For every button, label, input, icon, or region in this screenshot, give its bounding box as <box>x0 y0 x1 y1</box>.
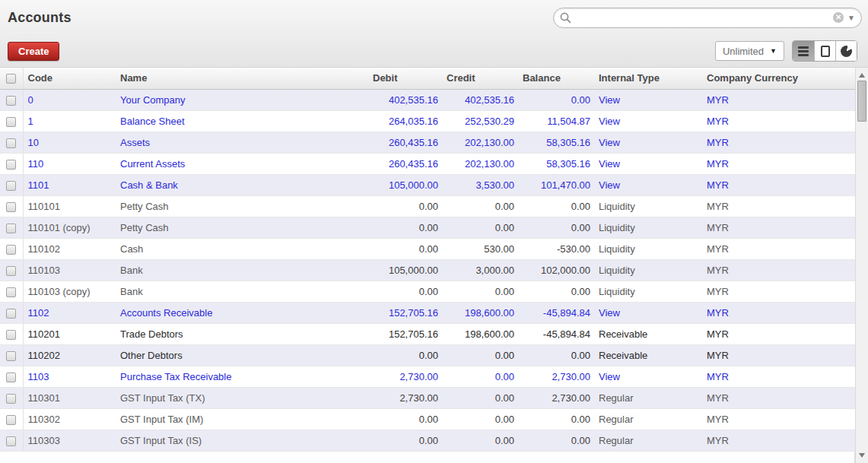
cell-balance[interactable]: 11,504.87 <box>518 110 594 132</box>
list-view-button[interactable] <box>793 41 814 61</box>
search-box[interactable]: ✕ ▼ <box>553 8 862 28</box>
cell-debit[interactable]: 0.00 <box>368 408 442 430</box>
cell-credit[interactable]: 0.00 <box>442 195 518 217</box>
column-header-balance[interactable]: Balance <box>518 68 594 89</box>
cell-checkbox[interactable] <box>0 366 23 387</box>
cell-code[interactable]: 1103 <box>23 366 116 387</box>
cell-debit[interactable]: 0.00 <box>368 430 442 451</box>
cell-debit[interactable]: 0.00 <box>368 195 442 217</box>
cell-internal-type[interactable]: View <box>594 174 702 195</box>
cell-credit[interactable]: 0.00 <box>442 430 518 451</box>
table-row[interactable]: 110103 (copy)Bank0.000.000.00LiquidityMY… <box>0 281 855 302</box>
cell-company-currency[interactable]: MYR <box>702 408 855 430</box>
cell-company-currency[interactable]: MYR <box>702 259 855 281</box>
cell-code[interactable]: 1102 <box>23 302 116 323</box>
cell-balance[interactable]: 0.00 <box>518 195 594 217</box>
row-checkbox[interactable] <box>6 245 16 255</box>
row-checkbox[interactable] <box>6 266 16 276</box>
cell-company-currency[interactable]: MYR <box>702 387 855 408</box>
cell-company-currency[interactable]: MYR <box>702 174 855 195</box>
cell-code[interactable]: 1 <box>23 110 116 132</box>
table-row[interactable]: 110101Petty Cash0.000.000.00LiquidityMYR <box>0 195 855 217</box>
cell-internal-type[interactable]: Liquidity <box>594 259 702 281</box>
cell-debit[interactable]: 2,730.00 <box>368 366 442 387</box>
cell-company-currency[interactable]: MYR <box>702 217 855 238</box>
cell-checkbox[interactable] <box>0 387 23 408</box>
cell-debit[interactable]: 264,035.16 <box>368 110 442 132</box>
row-checkbox[interactable] <box>6 287 16 297</box>
cell-internal-type[interactable]: Regular <box>594 430 702 451</box>
cell-balance[interactable]: 101,470.00 <box>518 174 594 195</box>
table-row[interactable]: 110102Cash0.00530.00-530.00LiquidityMYR <box>0 238 855 259</box>
cell-code[interactable]: 110302 <box>23 408 116 430</box>
clear-search-icon[interactable]: ✕ <box>833 12 844 23</box>
search-input[interactable] <box>575 9 833 26</box>
cell-debit[interactable]: 105,000.00 <box>368 259 442 281</box>
cell-balance[interactable]: 0.00 <box>518 408 594 430</box>
cell-code[interactable]: 110101 (copy) <box>23 217 116 238</box>
cell-checkbox[interactable] <box>0 281 23 302</box>
cell-checkbox[interactable] <box>0 302 23 323</box>
table-row[interactable]: 110303GST Input Tax (IS)0.000.000.00Regu… <box>0 430 855 451</box>
table-row[interactable]: 110101 (copy)Petty Cash0.000.000.00Liqui… <box>0 217 855 238</box>
cell-code[interactable]: 110103 (copy) <box>23 281 116 302</box>
cell-name[interactable]: Current Assets <box>116 153 368 174</box>
record-limit-select[interactable]: Unlimited ▼ <box>715 41 784 61</box>
table-row[interactable]: 110302GST Input Tax (IM)0.000.000.00Regu… <box>0 408 855 430</box>
cell-debit[interactable]: 152,705.16 <box>368 323 442 344</box>
row-checkbox[interactable] <box>6 181 16 191</box>
column-header-internal-type[interactable]: Internal Type <box>594 68 702 89</box>
cell-company-currency[interactable]: MYR <box>702 430 855 451</box>
cell-checkbox[interactable] <box>0 323 23 344</box>
row-checkbox[interactable] <box>6 202 16 212</box>
search-dropdown-icon[interactable]: ▼ <box>847 14 855 22</box>
cell-checkbox[interactable] <box>0 408 23 430</box>
cell-debit[interactable]: 152,705.16 <box>368 302 442 323</box>
cell-code[interactable]: 0 <box>23 89 116 110</box>
cell-internal-type[interactable]: Liquidity <box>594 238 702 259</box>
select-all-checkbox-cell[interactable] <box>0 68 23 89</box>
cell-internal-type[interactable]: Liquidity <box>594 195 702 217</box>
cell-company-currency[interactable]: MYR <box>702 344 855 366</box>
cell-balance[interactable]: 0.00 <box>518 281 594 302</box>
cell-internal-type[interactable]: Regular <box>594 387 702 408</box>
cell-checkbox[interactable] <box>0 174 23 195</box>
cell-balance[interactable]: 2,730.00 <box>518 366 594 387</box>
cell-checkbox[interactable] <box>0 153 23 174</box>
cell-internal-type[interactable]: View <box>594 132 702 153</box>
cell-credit[interactable]: 0.00 <box>442 281 518 302</box>
cell-internal-type[interactable]: Liquidity <box>594 281 702 302</box>
cell-name[interactable]: Assets <box>116 132 368 153</box>
cell-credit[interactable]: 202,130.00 <box>442 132 518 153</box>
cell-checkbox[interactable] <box>0 195 23 217</box>
scrollbar-thumb[interactable] <box>857 81 866 122</box>
cell-code[interactable]: 110202 <box>23 344 116 366</box>
cell-name[interactable]: Cash & Bank <box>116 174 368 195</box>
cell-code[interactable]: 110 <box>23 153 116 174</box>
cell-credit[interactable]: 198,600.00 <box>442 323 518 344</box>
table-row[interactable]: 1Balance Sheet264,035.16252,530.2911,504… <box>0 110 855 132</box>
vertical-scrollbar[interactable] <box>855 68 868 463</box>
cell-balance[interactable]: 0.00 <box>518 217 594 238</box>
cell-debit[interactable]: 0.00 <box>368 217 442 238</box>
cell-credit[interactable]: 0.00 <box>442 387 518 408</box>
row-checkbox[interactable] <box>6 117 16 127</box>
cell-checkbox[interactable] <box>0 430 23 451</box>
cell-balance[interactable]: -530.00 <box>518 238 594 259</box>
cell-name[interactable]: Other Debtors <box>116 344 368 366</box>
cell-debit[interactable]: 0.00 <box>368 238 442 259</box>
table-row[interactable]: 0Your Company402,535.16402,535.160.00Vie… <box>0 89 855 110</box>
cell-company-currency[interactable]: MYR <box>702 281 855 302</box>
cell-name[interactable]: Your Company <box>116 89 368 110</box>
cell-credit[interactable]: 198,600.00 <box>442 302 518 323</box>
row-checkbox[interactable] <box>6 373 16 382</box>
column-header-name[interactable]: Name <box>116 68 368 89</box>
cell-checkbox[interactable] <box>0 132 23 153</box>
cell-code[interactable]: 110101 <box>23 195 116 217</box>
row-checkbox[interactable] <box>6 394 16 404</box>
cell-credit[interactable]: 402,535.16 <box>442 89 518 110</box>
row-checkbox[interactable] <box>6 436 16 446</box>
cell-code[interactable]: 110303 <box>23 430 116 451</box>
cell-internal-type[interactable]: View <box>594 302 702 323</box>
cell-name[interactable]: GST Input Tax (TX) <box>116 387 368 408</box>
